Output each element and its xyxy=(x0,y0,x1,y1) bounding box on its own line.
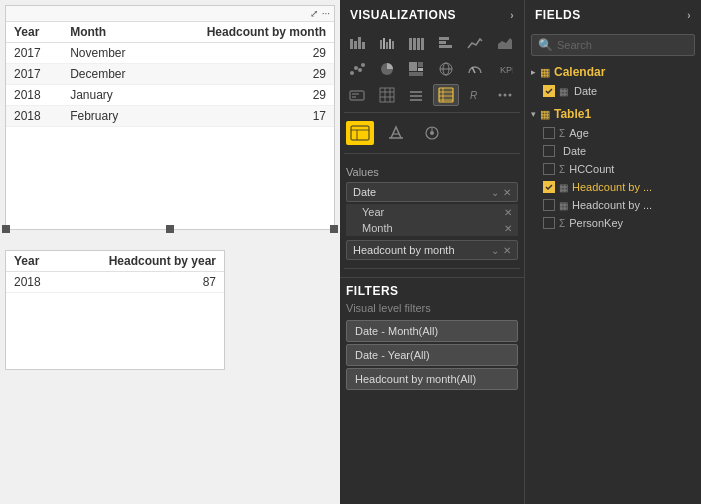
expand-icon[interactable]: ⤢ xyxy=(310,8,318,19)
viz-pie[interactable] xyxy=(374,58,400,80)
remove-date-btn[interactable]: ✕ xyxy=(503,187,511,198)
table-cell: 17 xyxy=(156,106,334,127)
fields-search-box[interactable]: 🔍 xyxy=(531,34,695,56)
remove-month-btn[interactable]: ✕ xyxy=(504,223,512,234)
table-row: 201887 xyxy=(6,272,224,293)
table1-arrow-icon: ▾ xyxy=(531,109,536,119)
headcount1-checkbox[interactable] xyxy=(543,181,555,193)
viz-stacked-bar[interactable] xyxy=(344,32,370,54)
viz-table-active[interactable] xyxy=(433,84,459,106)
svg-point-20 xyxy=(361,63,365,67)
svg-rect-13 xyxy=(439,37,449,40)
values-measure-field[interactable]: Headcount by month ⌄ ✕ xyxy=(346,240,518,260)
fields-item-headcount1[interactable]: ▦ Headcount by ... xyxy=(525,178,701,196)
svg-rect-9 xyxy=(409,38,412,50)
viz-tool-analytics[interactable] xyxy=(418,121,446,145)
table-widget-1: ⤢ ··· Year Month Headcount by month 2017… xyxy=(5,5,335,230)
values-date-field[interactable]: Date ⌄ ✕ xyxy=(346,182,518,202)
calendar-date-checkbox[interactable] xyxy=(543,85,555,97)
viz-r-script[interactable]: R xyxy=(462,84,488,106)
left-panel: ⤢ ··· Year Month Headcount by month 2017… xyxy=(0,0,340,504)
viz-tool-fields[interactable] xyxy=(346,121,374,145)
fields-group-calendar: ▸ ▦ Calendar ▦ Date xyxy=(525,62,701,100)
expand-date-btn[interactable]: ⌄ xyxy=(491,187,499,198)
viz-clustered-bar[interactable] xyxy=(374,32,400,54)
viz-kpi[interactable]: KPI xyxy=(492,58,518,80)
viz-tool-format[interactable] xyxy=(382,121,410,145)
viz-icons-row3: R xyxy=(340,82,524,108)
fields-group-table1-header[interactable]: ▾ ▦ Table1 xyxy=(525,104,701,124)
fields-item-personkey[interactable]: Σ PersonKey xyxy=(525,214,701,232)
hccount-sigma-icon: Σ xyxy=(559,164,565,175)
viz-matrix[interactable] xyxy=(374,84,400,106)
svg-rect-23 xyxy=(418,62,423,67)
viz-line[interactable] xyxy=(462,32,488,54)
hccount-checkbox[interactable] xyxy=(543,163,555,175)
fields-item-calendar-date[interactable]: ▦ Date xyxy=(525,82,701,100)
svg-rect-15 xyxy=(439,45,452,48)
age-checkbox[interactable] xyxy=(543,127,555,139)
remove-measure-btn[interactable]: ✕ xyxy=(503,245,511,256)
viz-more[interactable] xyxy=(492,84,518,106)
headcount2-checkbox[interactable] xyxy=(543,199,555,211)
viz-separator xyxy=(344,112,520,113)
values-month-field[interactable]: Month ✕ xyxy=(346,220,518,236)
viz-separator-3 xyxy=(344,268,520,269)
filter-chip-0[interactable]: Date - Month(All) xyxy=(346,320,518,342)
filter-chip-1[interactable]: Date - Year(All) xyxy=(346,344,518,366)
viz-area[interactable] xyxy=(492,32,518,54)
age-sigma-icon: Σ xyxy=(559,128,565,139)
calendar-arrow-icon: ▸ xyxy=(531,67,536,77)
visualizations-arrow[interactable]: › xyxy=(510,10,514,21)
headcount2-name: Headcount by ... xyxy=(572,199,652,211)
svg-rect-1 xyxy=(354,41,357,49)
fields-panel: FIELDS › 🔍 ▸ ▦ Calendar ▦ Date ▾ ▦ Table… xyxy=(525,0,701,504)
calendar-group-name: Calendar xyxy=(554,65,605,79)
search-icon: 🔍 xyxy=(538,38,553,52)
year-field-label: Year xyxy=(362,206,384,218)
svg-marker-16 xyxy=(498,38,512,49)
viz-scatter[interactable] xyxy=(344,58,370,80)
expand-measure-btn[interactable]: ⌄ xyxy=(491,245,499,256)
filters-header: FILTERS xyxy=(340,278,524,300)
col-header-headcount: Headcount by month xyxy=(156,22,334,43)
viz-slicer[interactable] xyxy=(403,84,429,106)
values-year-field[interactable]: Year ✕ xyxy=(346,204,518,220)
fields-item-age[interactable]: Σ Age xyxy=(525,124,701,142)
remove-year-btn[interactable]: ✕ xyxy=(504,207,512,218)
filter-chip-2[interactable]: Headcount by month(All) xyxy=(346,368,518,390)
main-data-table: Year Month Headcount by month 2017Novemb… xyxy=(6,22,334,127)
viz-card[interactable] xyxy=(344,84,370,106)
viz-icons-row2: KPI xyxy=(340,56,524,82)
table-cell: December xyxy=(62,64,156,85)
fields-item-hccount[interactable]: Σ HCCount xyxy=(525,160,701,178)
more-icon[interactable]: ··· xyxy=(322,8,330,19)
viz-map[interactable] xyxy=(433,58,459,80)
filters-sublabel: Visual level filters xyxy=(340,300,524,318)
viz-horiz-bar[interactable] xyxy=(433,32,459,54)
calendar-date-type-icon: ▦ xyxy=(559,86,568,97)
search-input[interactable] xyxy=(557,39,688,51)
hccount-name: HCCount xyxy=(569,163,614,175)
fields-item-table1-date[interactable]: Date xyxy=(525,142,701,160)
personkey-checkbox[interactable] xyxy=(543,217,555,229)
viz-treemap[interactable] xyxy=(403,58,429,80)
table1-date-name: Date xyxy=(563,145,586,157)
values-label: Values xyxy=(346,164,518,182)
fields-arrow[interactable]: › xyxy=(687,10,691,21)
svg-rect-11 xyxy=(417,38,420,50)
headcount1-table-icon: ▦ xyxy=(559,182,568,193)
resize-handle-s[interactable] xyxy=(166,225,174,233)
table-cell: February xyxy=(62,106,156,127)
fields-item-headcount2[interactable]: ▦ Headcount by ... xyxy=(525,196,701,214)
svg-rect-14 xyxy=(439,41,446,44)
viz-100bar[interactable] xyxy=(403,32,429,54)
table-cell: 29 xyxy=(156,43,334,64)
table1-date-checkbox[interactable] xyxy=(543,145,555,157)
calendar-table-icon: ▦ xyxy=(540,66,550,79)
viz-gauge[interactable] xyxy=(462,58,488,80)
table-row: 2018February17 xyxy=(6,106,334,127)
fields-group-calendar-header[interactable]: ▸ ▦ Calendar xyxy=(525,62,701,82)
col-header-headcount-year: Headcount by year xyxy=(62,251,224,272)
calendar-date-name: Date xyxy=(574,85,597,97)
